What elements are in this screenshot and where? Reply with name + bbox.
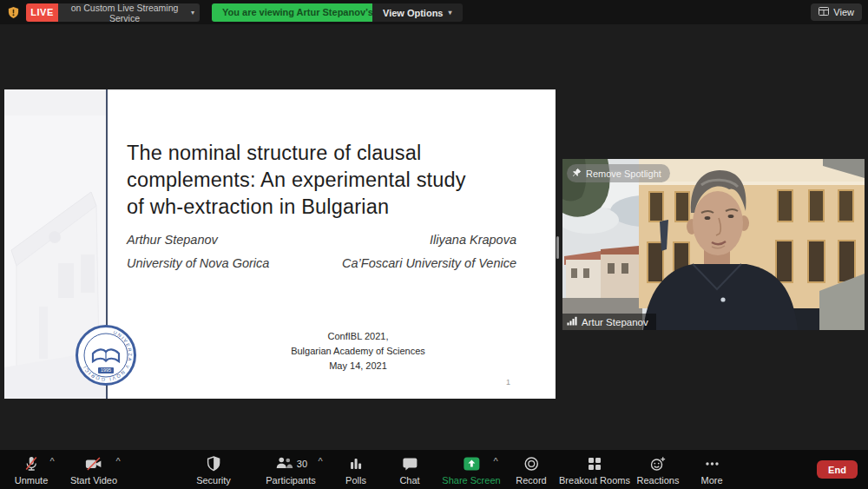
record-circle-icon bbox=[523, 455, 540, 472]
share-screen-icon bbox=[462, 455, 481, 472]
participants-options-chevron[interactable]: ^ bbox=[318, 457, 322, 466]
more-button[interactable]: More bbox=[700, 455, 722, 486]
start-video-label: Start Video bbox=[70, 475, 117, 486]
microphone-muted-icon bbox=[23, 455, 40, 472]
shared-screen-slide: The nominal structure of clausal complem… bbox=[4, 89, 556, 399]
streaming-alert-icon[interactable] bbox=[7, 6, 20, 19]
participants-button[interactable]: 30 Participants bbox=[266, 455, 315, 486]
ellipsis-icon bbox=[703, 455, 720, 472]
unmute-options-chevron[interactable]: ^ bbox=[49, 457, 54, 466]
thumbnail-scroll-handle[interactable] bbox=[556, 236, 559, 259]
start-video-options-chevron[interactable]: ^ bbox=[115, 457, 120, 466]
view-button[interactable]: View bbox=[811, 3, 862, 21]
slide-title-line: of wh-extraction in Bulgarian bbox=[127, 194, 535, 221]
unmute-button[interactable]: Unmute bbox=[15, 455, 49, 486]
slide-page-number: 1 bbox=[506, 378, 510, 387]
view-options-button[interactable]: View Options ▾ bbox=[372, 3, 463, 22]
conference-info: ConfIBL 2021, Bulgarian Academy of Scien… bbox=[260, 329, 456, 373]
end-button[interactable]: End bbox=[817, 460, 858, 479]
participants-icon bbox=[274, 454, 293, 474]
breakout-rooms-label: Breakout Rooms bbox=[559, 475, 630, 486]
author-affiliation: University of Nova Gorica bbox=[127, 252, 269, 275]
zoom-meeting-window: LIVE on Custom Live Streaming Service ▾ … bbox=[0, 0, 868, 489]
share-screen-label: Share Screen bbox=[442, 475, 500, 486]
record-button[interactable]: Record bbox=[516, 455, 546, 486]
camera-off-icon bbox=[84, 455, 103, 472]
live-badge: LIVE bbox=[26, 3, 58, 22]
smiley-plus-icon bbox=[649, 455, 667, 472]
more-label: More bbox=[700, 475, 722, 486]
security-label: Security bbox=[196, 475, 231, 486]
polls-button[interactable]: Polls bbox=[345, 455, 366, 486]
record-label: Record bbox=[516, 475, 546, 486]
caret-down-icon: ▾ bbox=[191, 10, 194, 17]
remove-spotlight-label: Remove Spotlight bbox=[586, 169, 661, 179]
share-screen-button[interactable]: Share Screen bbox=[442, 455, 500, 486]
conference-line: May 14, 2021 bbox=[260, 359, 456, 373]
author-right: Iliyana Krapova Ca’Foscari University of… bbox=[342, 228, 516, 275]
author-affiliation: Ca’Foscari University of Venice bbox=[342, 252, 516, 275]
top-bar: LIVE on Custom Live Streaming Service ▾ … bbox=[0, 0, 868, 24]
audio-level-icon bbox=[567, 316, 577, 327]
stream-service-label: on Custom Live Streaming Service bbox=[63, 3, 186, 23]
shield-icon bbox=[205, 455, 222, 472]
author-name: Iliyana Krapova bbox=[342, 228, 516, 252]
reactions-label: Reactions bbox=[637, 475, 680, 486]
slide-title-line: complements: An experimental study bbox=[127, 167, 535, 194]
participants-label: Participants bbox=[266, 475, 315, 486]
speech-bubble-icon bbox=[401, 455, 418, 472]
slide-title: The nominal structure of clausal complem… bbox=[127, 140, 535, 221]
live-stream-service-dropdown[interactable]: on Custom Live Streaming Service ▾ bbox=[58, 3, 200, 22]
author-name: Arthur Stepanov bbox=[127, 228, 269, 252]
share-screen-options-chevron[interactable]: ^ bbox=[493, 457, 497, 466]
breakout-grid-icon bbox=[586, 455, 603, 472]
unmute-label: Unmute bbox=[15, 475, 49, 486]
security-button[interactable]: Security bbox=[196, 455, 231, 486]
caret-down-icon: ▾ bbox=[448, 10, 451, 17]
participants-count: 30 bbox=[297, 459, 307, 469]
view-label: View bbox=[833, 7, 854, 17]
participant-name-tag: Artur Stepanov bbox=[562, 314, 656, 330]
bar-chart-icon bbox=[348, 455, 364, 472]
author-left: Arthur Stepanov University of Nova Goric… bbox=[127, 228, 269, 275]
polls-label: Polls bbox=[345, 475, 366, 486]
view-options-label: View Options bbox=[383, 8, 443, 18]
conference-line: Bulgarian Academy of Sciences bbox=[260, 344, 456, 359]
pin-icon bbox=[572, 168, 582, 179]
meeting-toolbar: Unmute ^ Start Video ^ Security bbox=[0, 450, 868, 489]
start-video-button[interactable]: Start Video bbox=[70, 455, 117, 486]
participant-name-label: Artur Stepanov bbox=[582, 317, 648, 327]
remove-spotlight-button[interactable]: Remove Spotlight bbox=[567, 164, 670, 182]
view-grid-icon bbox=[819, 7, 829, 17]
logo-year-text: 1995 bbox=[101, 367, 111, 373]
video-tile-artur-stepanov[interactable]: Remove Spotlight Artur Stepanov bbox=[562, 159, 865, 330]
slide-title-line: The nominal structure of clausal bbox=[127, 140, 535, 167]
breakout-rooms-button[interactable]: Breakout Rooms bbox=[559, 455, 630, 486]
conference-line: ConfIBL 2021, bbox=[260, 329, 456, 344]
reactions-button[interactable]: Reactions bbox=[637, 455, 680, 486]
video-feed-image bbox=[562, 159, 865, 330]
university-of-nova-gorica-seal: UNIVERZA V NOVI GORICI 1995 bbox=[75, 324, 137, 387]
chat-button[interactable]: Chat bbox=[399, 455, 419, 486]
chat-label: Chat bbox=[399, 475, 419, 486]
